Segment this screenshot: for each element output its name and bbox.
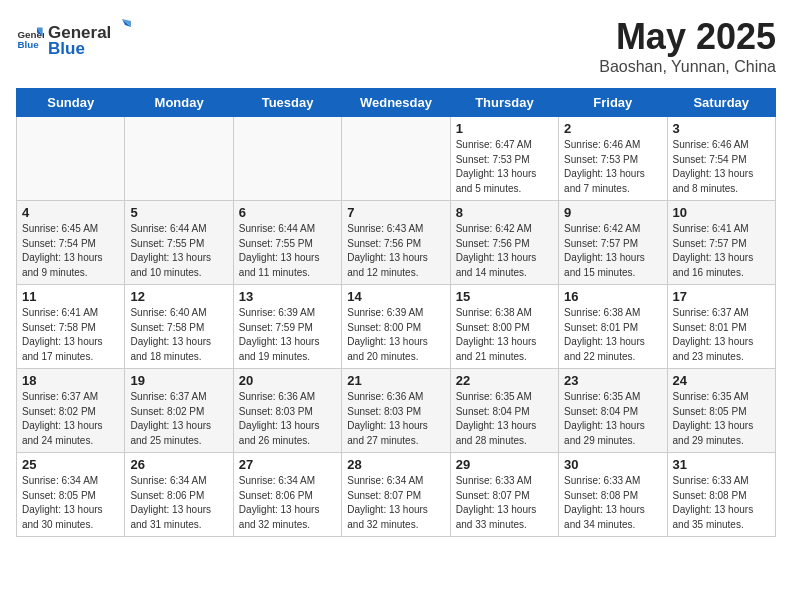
calendar-day-cell: 10Sunrise: 6:41 AM Sunset: 7:57 PM Dayli… xyxy=(667,201,775,285)
calendar-day-cell: 23Sunrise: 6:35 AM Sunset: 8:04 PM Dayli… xyxy=(559,369,667,453)
day-info: Sunrise: 6:37 AM Sunset: 8:02 PM Dayligh… xyxy=(130,390,227,448)
day-number: 2 xyxy=(564,121,661,136)
day-number: 29 xyxy=(456,457,553,472)
day-number: 23 xyxy=(564,373,661,388)
day-number: 21 xyxy=(347,373,444,388)
calendar-day-cell: 31Sunrise: 6:33 AM Sunset: 8:08 PM Dayli… xyxy=(667,453,775,537)
day-info: Sunrise: 6:33 AM Sunset: 8:07 PM Dayligh… xyxy=(456,474,553,532)
day-number: 19 xyxy=(130,373,227,388)
day-number: 4 xyxy=(22,205,119,220)
day-info: Sunrise: 6:39 AM Sunset: 8:00 PM Dayligh… xyxy=(347,306,444,364)
weekday-header: Sunday xyxy=(17,89,125,117)
day-number: 25 xyxy=(22,457,119,472)
calendar-day-cell: 12Sunrise: 6:40 AM Sunset: 7:58 PM Dayli… xyxy=(125,285,233,369)
calendar-day-cell: 19Sunrise: 6:37 AM Sunset: 8:02 PM Dayli… xyxy=(125,369,233,453)
weekday-header: Monday xyxy=(125,89,233,117)
day-info: Sunrise: 6:40 AM Sunset: 7:58 PM Dayligh… xyxy=(130,306,227,364)
calendar-day-cell: 21Sunrise: 6:36 AM Sunset: 8:03 PM Dayli… xyxy=(342,369,450,453)
day-info: Sunrise: 6:34 AM Sunset: 8:07 PM Dayligh… xyxy=(347,474,444,532)
day-number: 11 xyxy=(22,289,119,304)
day-info: Sunrise: 6:41 AM Sunset: 7:57 PM Dayligh… xyxy=(673,222,770,280)
calendar-day-cell: 29Sunrise: 6:33 AM Sunset: 8:07 PM Dayli… xyxy=(450,453,558,537)
day-number: 18 xyxy=(22,373,119,388)
day-number: 26 xyxy=(130,457,227,472)
day-number: 8 xyxy=(456,205,553,220)
day-info: Sunrise: 6:39 AM Sunset: 7:59 PM Dayligh… xyxy=(239,306,336,364)
day-info: Sunrise: 6:33 AM Sunset: 8:08 PM Dayligh… xyxy=(564,474,661,532)
calendar-day-cell: 5Sunrise: 6:44 AM Sunset: 7:55 PM Daylig… xyxy=(125,201,233,285)
svg-text:Blue: Blue xyxy=(17,38,39,49)
day-number: 24 xyxy=(673,373,770,388)
calendar-day-cell xyxy=(17,117,125,201)
calendar-day-cell: 7Sunrise: 6:43 AM Sunset: 7:56 PM Daylig… xyxy=(342,201,450,285)
calendar-day-cell: 16Sunrise: 6:38 AM Sunset: 8:01 PM Dayli… xyxy=(559,285,667,369)
day-info: Sunrise: 6:34 AM Sunset: 8:05 PM Dayligh… xyxy=(22,474,119,532)
day-number: 3 xyxy=(673,121,770,136)
weekday-header: Friday xyxy=(559,89,667,117)
day-info: Sunrise: 6:36 AM Sunset: 8:03 PM Dayligh… xyxy=(239,390,336,448)
day-number: 31 xyxy=(673,457,770,472)
day-info: Sunrise: 6:36 AM Sunset: 8:03 PM Dayligh… xyxy=(347,390,444,448)
day-number: 27 xyxy=(239,457,336,472)
calendar-day-cell: 1Sunrise: 6:47 AM Sunset: 7:53 PM Daylig… xyxy=(450,117,558,201)
day-number: 7 xyxy=(347,205,444,220)
calendar-day-cell: 15Sunrise: 6:38 AM Sunset: 8:00 PM Dayli… xyxy=(450,285,558,369)
day-info: Sunrise: 6:35 AM Sunset: 8:05 PM Dayligh… xyxy=(673,390,770,448)
day-number: 17 xyxy=(673,289,770,304)
day-info: Sunrise: 6:47 AM Sunset: 7:53 PM Dayligh… xyxy=(456,138,553,196)
logo-icon: General Blue xyxy=(16,24,44,52)
calendar-day-cell xyxy=(233,117,341,201)
day-info: Sunrise: 6:43 AM Sunset: 7:56 PM Dayligh… xyxy=(347,222,444,280)
day-number: 12 xyxy=(130,289,227,304)
calendar-day-cell: 26Sunrise: 6:34 AM Sunset: 8:06 PM Dayli… xyxy=(125,453,233,537)
month-title: May 2025 xyxy=(599,16,776,58)
day-number: 9 xyxy=(564,205,661,220)
calendar-day-cell: 25Sunrise: 6:34 AM Sunset: 8:05 PM Dayli… xyxy=(17,453,125,537)
calendar-day-cell: 9Sunrise: 6:42 AM Sunset: 7:57 PM Daylig… xyxy=(559,201,667,285)
day-info: Sunrise: 6:46 AM Sunset: 7:53 PM Dayligh… xyxy=(564,138,661,196)
day-number: 20 xyxy=(239,373,336,388)
calendar-day-cell: 13Sunrise: 6:39 AM Sunset: 7:59 PM Dayli… xyxy=(233,285,341,369)
day-info: Sunrise: 6:44 AM Sunset: 7:55 PM Dayligh… xyxy=(130,222,227,280)
calendar-day-cell: 11Sunrise: 6:41 AM Sunset: 7:58 PM Dayli… xyxy=(17,285,125,369)
day-number: 30 xyxy=(564,457,661,472)
day-number: 5 xyxy=(130,205,227,220)
calendar-day-cell: 8Sunrise: 6:42 AM Sunset: 7:56 PM Daylig… xyxy=(450,201,558,285)
calendar-day-cell: 22Sunrise: 6:35 AM Sunset: 8:04 PM Dayli… xyxy=(450,369,558,453)
day-info: Sunrise: 6:38 AM Sunset: 8:01 PM Dayligh… xyxy=(564,306,661,364)
day-info: Sunrise: 6:34 AM Sunset: 8:06 PM Dayligh… xyxy=(130,474,227,532)
logo: General Blue General Blue xyxy=(16,16,133,59)
day-number: 6 xyxy=(239,205,336,220)
calendar-day-cell: 24Sunrise: 6:35 AM Sunset: 8:05 PM Dayli… xyxy=(667,369,775,453)
calendar-day-cell: 6Sunrise: 6:44 AM Sunset: 7:55 PM Daylig… xyxy=(233,201,341,285)
weekday-header: Tuesday xyxy=(233,89,341,117)
calendar-day-cell: 28Sunrise: 6:34 AM Sunset: 8:07 PM Dayli… xyxy=(342,453,450,537)
calendar-day-cell xyxy=(342,117,450,201)
calendar-week-row: 1Sunrise: 6:47 AM Sunset: 7:53 PM Daylig… xyxy=(17,117,776,201)
day-info: Sunrise: 6:37 AM Sunset: 8:01 PM Dayligh… xyxy=(673,306,770,364)
day-number: 15 xyxy=(456,289,553,304)
day-number: 16 xyxy=(564,289,661,304)
calendar-day-cell: 2Sunrise: 6:46 AM Sunset: 7:53 PM Daylig… xyxy=(559,117,667,201)
day-number: 1 xyxy=(456,121,553,136)
calendar-day-cell xyxy=(125,117,233,201)
day-info: Sunrise: 6:41 AM Sunset: 7:58 PM Dayligh… xyxy=(22,306,119,364)
location-title: Baoshan, Yunnan, China xyxy=(599,58,776,76)
day-info: Sunrise: 6:42 AM Sunset: 7:57 PM Dayligh… xyxy=(564,222,661,280)
calendar-day-cell: 18Sunrise: 6:37 AM Sunset: 8:02 PM Dayli… xyxy=(17,369,125,453)
title-block: May 2025 Baoshan, Yunnan, China xyxy=(599,16,776,76)
day-info: Sunrise: 6:37 AM Sunset: 8:02 PM Dayligh… xyxy=(22,390,119,448)
page-header: General Blue General Blue May 2025 Baosh… xyxy=(16,16,776,76)
day-info: Sunrise: 6:45 AM Sunset: 7:54 PM Dayligh… xyxy=(22,222,119,280)
day-info: Sunrise: 6:35 AM Sunset: 8:04 PM Dayligh… xyxy=(456,390,553,448)
day-info: Sunrise: 6:33 AM Sunset: 8:08 PM Dayligh… xyxy=(673,474,770,532)
weekday-header: Saturday xyxy=(667,89,775,117)
weekday-header: Wednesday xyxy=(342,89,450,117)
day-number: 28 xyxy=(347,457,444,472)
weekday-header: Thursday xyxy=(450,89,558,117)
calendar-week-row: 18Sunrise: 6:37 AM Sunset: 8:02 PM Dayli… xyxy=(17,369,776,453)
calendar-header-row: SundayMondayTuesdayWednesdayThursdayFrid… xyxy=(17,89,776,117)
calendar-week-row: 25Sunrise: 6:34 AM Sunset: 8:05 PM Dayli… xyxy=(17,453,776,537)
day-info: Sunrise: 6:34 AM Sunset: 8:06 PM Dayligh… xyxy=(239,474,336,532)
logo-bird-icon xyxy=(111,16,133,38)
